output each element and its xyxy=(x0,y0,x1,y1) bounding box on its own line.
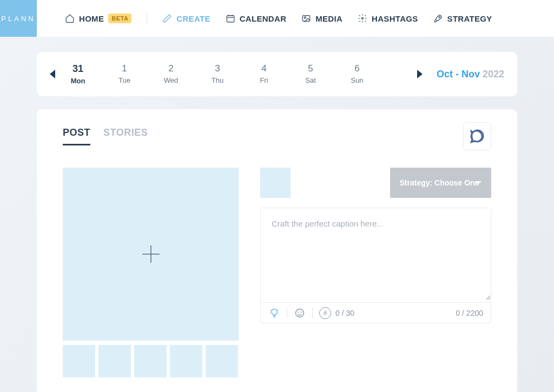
chat-icon xyxy=(469,128,485,144)
day-mon[interactable]: 31 Mon xyxy=(70,63,85,85)
svg-point-5 xyxy=(305,17,306,18)
week-range: Oct - Nov xyxy=(437,69,480,79)
day-sun[interactable]: 6 Sun xyxy=(349,63,365,85)
toolbar-divider xyxy=(287,308,287,318)
day-wed[interactable]: 2 Wed xyxy=(163,63,179,85)
composer-tabs: POST STORIES xyxy=(63,127,148,145)
nav-home-label: HOME xyxy=(79,14,104,23)
nav-calendar[interactable]: CALENDAR xyxy=(226,14,287,23)
emoji-icon xyxy=(294,308,305,318)
media-icon xyxy=(301,14,311,23)
day-fri[interactable]: 4 Fri xyxy=(256,63,272,85)
day-num: 5 xyxy=(308,63,313,74)
thumbnail-slot[interactable] xyxy=(206,345,238,377)
thumbnail-slot[interactable] xyxy=(170,345,202,377)
plus-icon xyxy=(140,243,162,265)
week-year: 2022 xyxy=(483,69,504,79)
svg-point-25 xyxy=(301,311,301,312)
svg-rect-0 xyxy=(227,16,234,22)
chevron-down-icon xyxy=(475,181,482,184)
logo: PLANN xyxy=(0,0,37,37)
media-upload-zone[interactable] xyxy=(63,168,239,341)
nav-media[interactable]: MEDIA xyxy=(301,14,342,23)
day-thu[interactable]: 3 Thu xyxy=(210,63,225,85)
week-selector: 31 Mon 1 Tue 2 Wed 3 Thu 4 Fri 5 Sat 6 S… xyxy=(37,52,517,96)
strategy-dropdown-label: Strategy: Choose One xyxy=(400,178,479,187)
day-num: 1 xyxy=(122,63,127,74)
svg-line-9 xyxy=(359,21,360,22)
next-week-button[interactable] xyxy=(417,70,423,78)
nav-calendar-label: CALENDAR xyxy=(240,14,287,23)
hashtag-count-label: 0 / 30 xyxy=(335,309,354,317)
composer-card: POST STORIES xyxy=(37,109,517,392)
day-sat[interactable]: 5 Sat xyxy=(303,63,318,85)
pencil-icon xyxy=(162,14,172,23)
prev-week-button[interactable] xyxy=(50,70,55,78)
hashtag-icon xyxy=(358,14,367,23)
nav-strategy-label: STRATEGY xyxy=(447,14,492,23)
char-count-label: 0 / 2200 xyxy=(456,309,483,317)
thumbnail-slot[interactable] xyxy=(134,345,167,377)
svg-point-23 xyxy=(296,309,304,317)
svg-point-24 xyxy=(298,311,299,312)
day-name: Tue xyxy=(118,76,130,84)
rocket-icon xyxy=(433,14,443,23)
day-name: Sun xyxy=(351,76,363,84)
toolbar-divider xyxy=(312,308,313,318)
beta-badge: BETA xyxy=(108,14,131,23)
caption-toolbar: # 0 / 30 0 / 2200 xyxy=(261,302,491,323)
caption-editor: # 0 / 30 0 / 2200 xyxy=(260,208,491,323)
svg-line-18 xyxy=(271,310,272,311)
thumbnail-slot[interactable] xyxy=(98,345,131,377)
svg-point-6 xyxy=(362,18,364,19)
top-nav: PLANN HOME BETA CREATE CALENDAR MED xyxy=(0,0,554,37)
tab-post[interactable]: POST xyxy=(63,127,90,145)
nav-hashtags[interactable]: HASHTAGS xyxy=(358,14,418,23)
day-tue[interactable]: 1 Tue xyxy=(117,63,132,85)
day-name: Thu xyxy=(212,76,223,84)
day-num: 31 xyxy=(72,63,83,75)
home-icon xyxy=(65,14,75,23)
tab-stories[interactable]: STORIES xyxy=(103,127,148,145)
nav-home[interactable]: HOME BETA xyxy=(65,14,131,23)
day-num: 6 xyxy=(354,63,359,74)
day-name: Fri xyxy=(260,76,268,84)
suggestions-button[interactable] xyxy=(268,307,280,319)
chat-button[interactable] xyxy=(463,122,491,150)
day-num: 4 xyxy=(261,63,266,74)
strategy-dropdown[interactable]: Strategy: Choose One xyxy=(390,168,492,198)
emoji-button[interactable] xyxy=(294,307,306,319)
nav-strategy[interactable]: STRATEGY xyxy=(433,14,492,23)
hash-icon: # xyxy=(319,307,331,319)
lightbulb-icon xyxy=(269,308,280,318)
hashtag-counter[interactable]: # 0 / 30 xyxy=(319,307,354,319)
week-range-label: Oct - Nov 2022 xyxy=(437,69,504,80)
account-selector[interactable] xyxy=(260,168,291,198)
calendar-icon xyxy=(226,14,235,23)
day-name: Wed xyxy=(164,76,179,84)
nav-divider xyxy=(147,12,147,24)
nav-create[interactable]: CREATE xyxy=(162,14,210,23)
svg-line-8 xyxy=(365,15,366,16)
day-name: Sat xyxy=(305,76,316,84)
nav-media-label: MEDIA xyxy=(315,14,342,23)
svg-point-15 xyxy=(439,17,440,18)
day-name: Mon xyxy=(71,77,85,85)
nav-hashtags-label: HASHTAGS xyxy=(372,14,418,23)
caption-textarea[interactable] xyxy=(261,208,491,300)
svg-line-7 xyxy=(359,15,360,16)
thumbnail-slot[interactable] xyxy=(63,345,95,377)
nav-create-label: CREATE xyxy=(176,14,210,23)
day-num: 3 xyxy=(215,63,220,74)
day-num: 2 xyxy=(168,63,173,74)
thumbnail-strip xyxy=(63,345,239,377)
svg-line-10 xyxy=(365,21,366,22)
